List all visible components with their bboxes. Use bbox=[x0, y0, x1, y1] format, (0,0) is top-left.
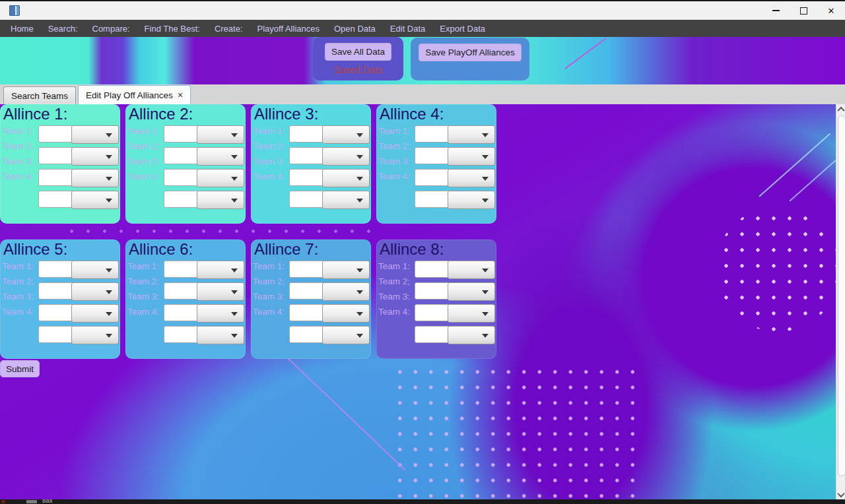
alliance-panel-8: Allince 8:Team 1:Team 2;Team 3:Team 4: bbox=[376, 239, 496, 359]
team-combobox[interactable] bbox=[197, 169, 244, 187]
team-number-input[interactable] bbox=[38, 125, 74, 142]
team-combobox[interactable] bbox=[448, 191, 495, 209]
chevron-up-icon bbox=[837, 106, 844, 113]
team-number-input[interactable] bbox=[415, 304, 450, 321]
minimize-button[interactable] bbox=[762, 1, 790, 20]
titlebar[interactable]: ✕ bbox=[0, 1, 845, 20]
team-number-input[interactable] bbox=[289, 125, 325, 142]
team-row bbox=[38, 261, 119, 278]
chevron-down-icon bbox=[106, 155, 112, 159]
tab-close-icon[interactable]: × bbox=[178, 90, 183, 100]
team-number-input[interactable] bbox=[38, 169, 74, 186]
team-combobox[interactable] bbox=[322, 304, 370, 323]
save-all-data-button[interactable]: Save All Data bbox=[325, 43, 391, 61]
team-number-input[interactable] bbox=[415, 261, 450, 278]
team-number-input[interactable] bbox=[289, 304, 325, 321]
team-combobox[interactable] bbox=[71, 261, 119, 279]
team-number-input[interactable] bbox=[289, 147, 325, 164]
team-label-4: Team 4: bbox=[378, 172, 414, 183]
menu-item-compare[interactable]: Compare: bbox=[92, 24, 130, 34]
team-combobox[interactable] bbox=[197, 304, 244, 323]
scroll-down-button[interactable] bbox=[836, 489, 845, 499]
team-combobox[interactable] bbox=[197, 326, 244, 344]
team-combobox[interactable] bbox=[197, 282, 244, 301]
menu-item-edit-data[interactable]: Edit Data bbox=[390, 24, 425, 34]
menu-item-home[interactable]: Home bbox=[11, 24, 34, 34]
team-number-input[interactable] bbox=[164, 261, 199, 278]
tab-edit-playoff-alliances[interactable]: Edit Play Off Alliances × bbox=[78, 85, 191, 104]
team-combobox[interactable] bbox=[197, 147, 244, 166]
menu-item-playoff-alliances[interactable]: Playoff Alliances bbox=[257, 24, 320, 34]
team-number-input[interactable] bbox=[164, 169, 199, 186]
save-playoff-panel: Save PlayOff Alliances bbox=[411, 38, 529, 80]
team-number-input[interactable] bbox=[415, 147, 450, 164]
team-label-1: Team 1: bbox=[253, 126, 288, 138]
tab-search-teams[interactable]: Search Teams bbox=[3, 86, 76, 104]
submit-button[interactable]: Submit bbox=[0, 360, 40, 377]
menu-item-create[interactable]: Create: bbox=[215, 24, 243, 34]
team-combobox[interactable] bbox=[71, 147, 119, 166]
team-number-input[interactable] bbox=[415, 326, 450, 343]
team-combobox[interactable] bbox=[448, 125, 495, 144]
team-combobox[interactable] bbox=[322, 191, 370, 209]
team-number-input[interactable] bbox=[38, 304, 74, 321]
team-combobox[interactable] bbox=[448, 326, 495, 344]
team-number-input[interactable] bbox=[164, 282, 199, 299]
menu-item-search[interactable]: Search: bbox=[48, 24, 78, 34]
team-label-1: Team 1: bbox=[2, 126, 38, 138]
menu-item-find-the-best[interactable]: Find The Best: bbox=[145, 24, 200, 34]
team-combobox[interactable] bbox=[322, 125, 370, 144]
team-combobox[interactable] bbox=[71, 125, 119, 144]
background-window-edge[interactable]: bas bbox=[0, 499, 845, 504]
menu-item-export-data[interactable]: Export Data bbox=[440, 24, 485, 34]
team-combobox[interactable] bbox=[197, 191, 244, 209]
team-number-input[interactable] bbox=[415, 125, 450, 142]
team-label-4: Team 4: bbox=[253, 307, 288, 319]
maximize-button[interactable] bbox=[790, 1, 817, 20]
team-combobox[interactable] bbox=[448, 282, 495, 301]
team-number-input[interactable] bbox=[38, 147, 74, 164]
team-number-input[interactable] bbox=[289, 326, 325, 343]
team-combobox[interactable] bbox=[448, 261, 495, 279]
team-number-input[interactable] bbox=[38, 261, 74, 278]
team-number-input[interactable] bbox=[164, 326, 199, 343]
team-number-input[interactable] bbox=[415, 191, 450, 208]
team-number-input[interactable] bbox=[38, 282, 74, 299]
team-number-input[interactable] bbox=[164, 125, 199, 142]
team-combobox[interactable] bbox=[71, 282, 119, 301]
vertical-scrollbar[interactable] bbox=[836, 104, 845, 499]
team-number-input[interactable] bbox=[415, 282, 450, 299]
team-row bbox=[415, 326, 495, 344]
team-number-input[interactable] bbox=[164, 304, 199, 321]
team-number-input[interactable] bbox=[415, 169, 450, 186]
team-number-input[interactable] bbox=[164, 191, 199, 208]
team-combobox[interactable] bbox=[71, 191, 119, 209]
menu-item-open-data[interactable]: Open Data bbox=[334, 24, 376, 34]
team-number-input[interactable] bbox=[164, 147, 199, 164]
team-row bbox=[38, 169, 119, 187]
team-row bbox=[289, 169, 370, 187]
team-combobox[interactable] bbox=[322, 261, 370, 279]
team-combobox[interactable] bbox=[322, 147, 370, 166]
save-playoff-alliances-button[interactable]: Save PlayOff Alliances bbox=[419, 44, 522, 61]
team-number-input[interactable] bbox=[289, 282, 325, 299]
close-button[interactable]: ✕ bbox=[817, 1, 845, 20]
team-number-input[interactable] bbox=[38, 191, 74, 208]
team-combobox[interactable] bbox=[448, 147, 495, 166]
team-combobox[interactable] bbox=[448, 169, 495, 187]
team-combobox[interactable] bbox=[197, 125, 244, 144]
team-combobox[interactable] bbox=[71, 326, 119, 344]
team-number-input[interactable] bbox=[289, 169, 325, 186]
team-combobox[interactable] bbox=[71, 169, 119, 187]
team-number-input[interactable] bbox=[38, 326, 74, 343]
team-combobox[interactable] bbox=[448, 304, 495, 323]
team-number-input[interactable] bbox=[289, 261, 325, 278]
scrollbar-thumb[interactable] bbox=[838, 115, 845, 476]
team-number-input[interactable] bbox=[289, 191, 325, 208]
team-combobox[interactable] bbox=[322, 326, 370, 344]
scroll-up-button[interactable] bbox=[836, 104, 845, 114]
team-combobox[interactable] bbox=[322, 169, 370, 187]
team-combobox[interactable] bbox=[322, 282, 370, 301]
team-combobox[interactable] bbox=[71, 304, 119, 323]
team-combobox[interactable] bbox=[197, 261, 244, 279]
